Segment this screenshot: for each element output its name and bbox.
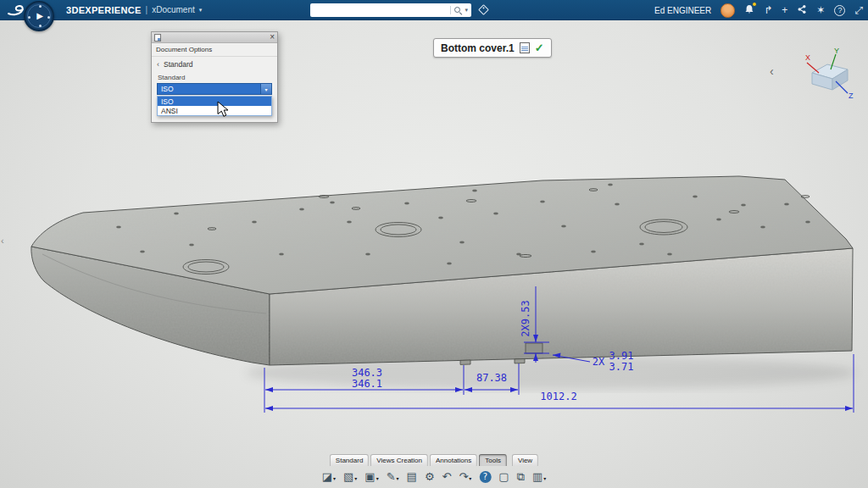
expand-icon[interactable]: ⤢ — [854, 5, 863, 15]
close-icon[interactable]: × — [270, 33, 275, 42]
help-icon[interactable]: ? — [834, 5, 845, 16]
view-frame-icon: ◪ — [322, 471, 332, 482]
chevron-down-icon[interactable]: ▾ — [354, 476, 357, 482]
tab-view[interactable]: View — [512, 454, 538, 466]
dialog-heading: Document Options — [152, 43, 277, 57]
option-ansi[interactable]: ANSI — [158, 106, 271, 115]
axis-z-label: Z — [849, 92, 854, 100]
confirm-check-icon[interactable]: ✓ — [535, 42, 544, 54]
standard-combobox[interactable]: ISO ▾ — [157, 83, 272, 95]
share-forward-icon[interactable]: ↱ — [764, 5, 772, 15]
insert-view-icon: ▧ — [343, 471, 353, 482]
chevron-down-icon[interactable]: ▾ — [465, 7, 468, 14]
notifications-bell-icon[interactable] — [744, 4, 754, 16]
insert-view-button[interactable]: ▧ ▾ — [342, 470, 358, 483]
brand-divider: | — [146, 5, 148, 14]
chevron-down-icon[interactable]: ▾ — [469, 476, 471, 482]
undo-button[interactable]: ↶ — [442, 470, 453, 483]
settings-button[interactable]: ⚙ — [424, 470, 436, 483]
standard-section-header[interactable]: ‹ Standard — [152, 57, 277, 70]
search-divider — [450, 6, 451, 14]
sheets-button[interactable]: ▤ — [406, 470, 418, 483]
axis-y-label: Y — [834, 47, 839, 55]
undo-icon: ↶ — [442, 471, 452, 482]
dim-qty[interactable]: 2X — [593, 356, 605, 368]
chevron-down-icon[interactable]: ▾ — [333, 476, 336, 482]
dim-vertical[interactable]: 2X9.53 — [520, 300, 531, 336]
action-toolbar: ◪ ▾ ▧ ▾ ▣ ▾ ✎ ▾ ▤ ⚙ ↶ ↷ ▾ ? — [321, 466, 548, 487]
help-button[interactable]: ? — [478, 470, 492, 484]
document-icon — [154, 34, 161, 42]
drawing-canvas[interactable]: 346.3 346.1 87.38 1012.2 2X 3.91 3.71 2X… — [0, 0, 868, 488]
sheet-icon — [520, 42, 530, 53]
option-iso[interactable]: ISO — [158, 97, 271, 106]
standard-field-label: Standard — [152, 70, 277, 83]
axis-x-label: X — [805, 53, 810, 62]
dim-overall[interactable]: 1012.2 — [540, 391, 576, 402]
compass-south-icon — [39, 25, 42, 27]
chevron-down-icon[interactable]: ▾ — [543, 476, 546, 482]
new-sheet-button[interactable]: ▢ — [498, 470, 509, 483]
compass-west-icon — [28, 16, 31, 19]
compass-north-icon — [39, 5, 42, 8]
export-print-button[interactable]: ▥ ▾ — [531, 470, 547, 483]
top-bar: ▶ 3DEXPERIENCE | xDocument ▾ ▾ Ed ENGINE… — [0, 0, 868, 20]
wand-icon[interactable]: ✶ — [816, 5, 825, 15]
chevron-down-icon[interactable]: ▾ — [260, 84, 271, 94]
document-name: Bottom cover.1 — [441, 42, 515, 54]
combobox-value: ISO — [158, 85, 260, 93]
tag-icon[interactable] — [478, 4, 489, 15]
tab-views-creation[interactable]: Views Creation — [370, 454, 428, 466]
export-print-icon: ▥ — [532, 471, 542, 482]
mouse-cursor — [217, 101, 229, 118]
save-button[interactable]: ▣ ▾ — [364, 470, 379, 483]
sheet-edit-icon: ✎ — [387, 471, 396, 482]
search-icon[interactable] — [454, 7, 461, 14]
avatar[interactable] — [721, 3, 735, 18]
sheets-icon: ▤ — [407, 471, 417, 482]
dialog-titlebar[interactable]: × — [152, 32, 277, 43]
combobox-dropdown-list: ISO ANSI — [157, 96, 272, 116]
collapse-panel-chevron[interactable]: ‹ — [770, 64, 774, 78]
new-sheet-icon: ▢ — [498, 471, 509, 482]
dim-tol-upper[interactable]: 3.91 — [609, 350, 634, 362]
dim-mid[interactable]: 87.38 — [476, 372, 507, 384]
share-nodes-icon[interactable] — [797, 4, 807, 16]
sheet-edit-button[interactable]: ✎ ▾ — [386, 470, 400, 483]
chevron-down-icon[interactable]: ▾ — [376, 476, 379, 482]
chevron-down-icon[interactable]: ▾ — [199, 7, 203, 14]
search-input[interactable] — [314, 6, 447, 15]
tab-standard[interactable]: Standard — [330, 454, 369, 466]
help-icon: ? — [479, 471, 491, 483]
compass-east-icon — [47, 16, 50, 19]
metal-texture — [31, 176, 853, 365]
app-title: 3DEXPERIENCE | xDocument ▾ — [66, 5, 202, 15]
3dexperience-compass[interactable]: ▶ — [24, 1, 54, 31]
section-label: Standard — [164, 60, 193, 69]
global-search: ▾ — [310, 3, 471, 17]
dim-side-upper[interactable]: 346.3 — [352, 367, 382, 379]
tab-tools[interactable]: Tools — [479, 454, 507, 466]
duplicate-sheet-button[interactable]: ⧉ — [516, 470, 526, 483]
collapse-chevron-icon[interactable]: ‹ — [157, 60, 159, 69]
dim-tol-lower[interactable]: 3.71 — [609, 361, 634, 373]
tab-annotations[interactable]: Annotations — [430, 454, 477, 466]
duplicate-sheet-icon: ⧉ — [517, 471, 525, 482]
left-panel-chevron[interactable]: ‹ — [1, 236, 4, 246]
application-window: 346.3 346.1 87.38 1012.2 2X 3.91 3.71 2X… — [0, 0, 868, 488]
view-frame-button[interactable]: ◪ ▾ — [321, 470, 337, 483]
chevron-down-icon[interactable]: ▾ — [397, 476, 399, 482]
add-icon[interactable]: + — [782, 5, 787, 15]
brand-name: 3DEXPERIENCE — [66, 5, 142, 15]
user-name[interactable]: Ed ENGINEER — [654, 6, 711, 15]
gear-icon: ⚙ — [425, 471, 435, 482]
document-options-dialog: × Document Options ‹ Standard Standard I… — [151, 31, 278, 123]
ribbon-tabs: Standard Views Creation Annotations Tool… — [330, 454, 538, 466]
active-document-badge[interactable]: Bottom cover.1 ✓ — [433, 38, 552, 58]
redo-icon: ↷ — [459, 471, 468, 482]
redo-button[interactable]: ↷ ▾ — [458, 470, 472, 483]
dim-side-lower[interactable]: 346.1 — [352, 378, 382, 390]
app-name[interactable]: xDocument — [152, 5, 195, 14]
view-axis-widget[interactable]: X Y Z — [800, 47, 856, 102]
top-right-cluster: Ed ENGINEER ↱ + ✶ ? ⤢ — [654, 0, 863, 20]
